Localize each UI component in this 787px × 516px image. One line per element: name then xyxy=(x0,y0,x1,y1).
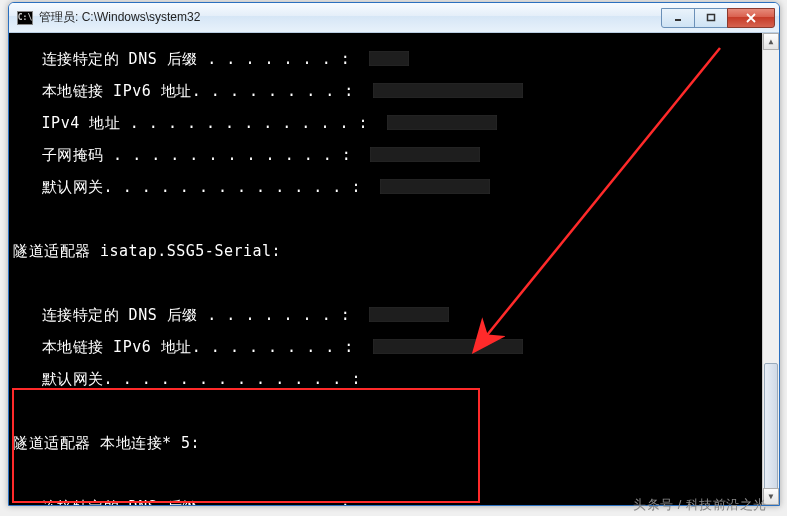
terminal-output[interactable]: 连接特定的 DNS 后缀 . . . . . . . : 本地链接 IPv6 地… xyxy=(9,33,762,505)
window-title: 管理员: C:\Windows\system32 xyxy=(39,9,662,26)
watermark-text: 头条号 / 科技前沿之光 xyxy=(633,496,767,514)
adapter-header-2: 隧道适配器 本地连接* 5: xyxy=(13,435,758,451)
close-button[interactable] xyxy=(727,8,775,28)
cmd-window: C:\ 管理员: C:\Windows\system32 连接特定的 DNS 后… xyxy=(8,2,780,506)
window-controls xyxy=(662,8,775,28)
scroll-up-button[interactable]: ▲ xyxy=(763,33,779,50)
adapter-header-1: 隧道适配器 isatap.SSG5-Serial: xyxy=(13,243,758,259)
minimize-button[interactable] xyxy=(661,8,695,28)
titlebar[interactable]: C:\ 管理员: C:\Windows\system32 xyxy=(9,3,779,33)
maximize-button[interactable] xyxy=(694,8,728,28)
cmd-icon: C:\ xyxy=(17,11,33,25)
scroll-thumb[interactable] xyxy=(764,363,778,493)
vertical-scrollbar[interactable]: ▲ ▼ xyxy=(762,33,779,505)
svg-rect-1 xyxy=(708,14,715,20)
